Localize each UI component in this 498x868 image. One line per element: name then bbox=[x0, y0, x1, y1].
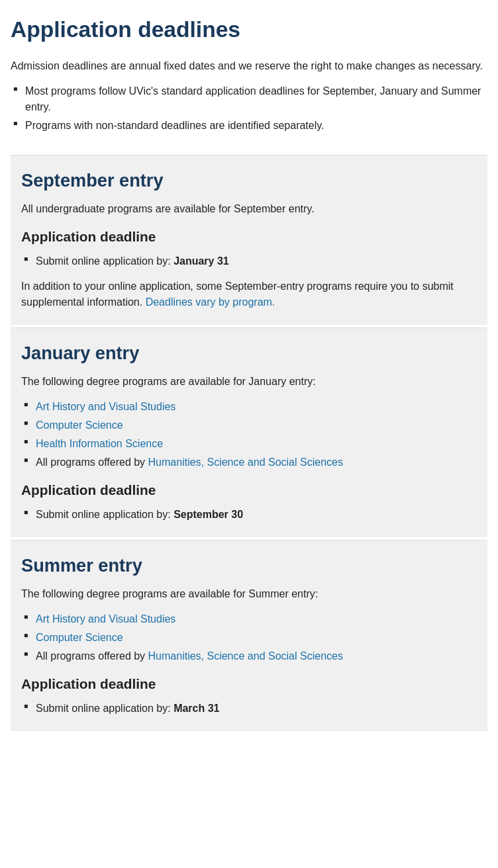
summer-deadline-prefix: Submit online application by: bbox=[36, 703, 174, 714]
january-deadline-list: Submit online application by: September … bbox=[21, 507, 477, 523]
summer-program-link-2[interactable]: Computer Science bbox=[36, 632, 123, 643]
summer-all-programs: All programs offered by Humanities, Scie… bbox=[21, 648, 477, 664]
january-all-programs-link[interactable]: Humanities, Science and Social Sciences bbox=[148, 456, 343, 468]
september-deadline-date: January 31 bbox=[174, 255, 229, 267]
september-deadline-list: Submit online application by: January 31 bbox=[21, 253, 477, 269]
summer-all-programs-link[interactable]: Humanities, Science and Social Sciences bbox=[148, 650, 343, 662]
january-deadline-date: September 30 bbox=[174, 509, 243, 520]
january-deadline-prefix: Submit online application by: bbox=[36, 509, 174, 520]
intro-bullet-1: Most programs follow UVic's standard app… bbox=[11, 83, 487, 115]
january-program-link-1[interactable]: Art History and Visual Studies bbox=[36, 401, 175, 412]
summer-deadline-heading: Application deadline bbox=[21, 673, 477, 694]
summer-deadline-date: March 31 bbox=[174, 703, 219, 714]
intro-text: Admission deadlines are annual fixed dat… bbox=[11, 58, 487, 74]
summer-deadline-list: Submit online application by: March 31 bbox=[21, 701, 477, 716]
summer-program-1: Art History and Visual Studies bbox=[21, 611, 477, 627]
january-programs-list: Art History and Visual Studies Computer … bbox=[21, 399, 477, 470]
january-deadline-item: Submit online application by: September … bbox=[21, 507, 477, 523]
page-title: Application deadlines bbox=[11, 13, 487, 46]
january-section: January entry The following degree progr… bbox=[11, 328, 487, 537]
september-deadline-item: Submit online application by: January 31 bbox=[21, 253, 477, 269]
september-section: September entry All undergraduate progra… bbox=[11, 155, 487, 325]
summer-heading: Summer entry bbox=[21, 552, 477, 580]
september-deadline-prefix: Submit online application by: bbox=[36, 255, 174, 267]
january-deadline-heading: Application deadline bbox=[21, 480, 477, 500]
intro-bullets: Most programs follow UVic's standard app… bbox=[11, 83, 487, 134]
january-all-programs-prefix: All programs offered by bbox=[36, 456, 148, 468]
september-description: All undergraduate programs are available… bbox=[21, 201, 477, 217]
january-heading: January entry bbox=[21, 340, 477, 367]
january-all-programs: All programs offered by Humanities, Scie… bbox=[21, 455, 477, 470]
september-note: In addition to your online application, … bbox=[21, 279, 477, 310]
summer-all-programs-prefix: All programs offered by bbox=[36, 650, 148, 662]
january-description: The following degree programs are availa… bbox=[21, 374, 477, 390]
september-heading: September entry bbox=[21, 167, 477, 195]
january-program-1: Art History and Visual Studies bbox=[21, 399, 477, 415]
summer-program-2: Computer Science bbox=[21, 630, 477, 646]
january-program-link-2[interactable]: Computer Science bbox=[36, 419, 123, 431]
summer-deadline-item: Submit online application by: March 31 bbox=[21, 701, 477, 716]
september-deadline-heading: Application deadline bbox=[21, 226, 477, 247]
summer-programs-list: Art History and Visual Studies Computer … bbox=[21, 611, 477, 664]
summer-program-link-1[interactable]: Art History and Visual Studies bbox=[36, 613, 175, 625]
january-program-link-3[interactable]: Health Information Science bbox=[36, 438, 163, 449]
january-program-2: Computer Science bbox=[21, 417, 477, 433]
summer-section: Summer entry The following degree progra… bbox=[11, 541, 487, 731]
intro-section: Application deadlines Admission deadline… bbox=[11, 13, 487, 155]
september-note-link[interactable]: Deadlines vary by program. bbox=[146, 296, 275, 308]
intro-bullet-2: Programs with non-standard deadlines are… bbox=[11, 118, 487, 134]
january-program-3: Health Information Science bbox=[21, 436, 477, 452]
summer-description: The following degree programs are availa… bbox=[21, 586, 477, 602]
